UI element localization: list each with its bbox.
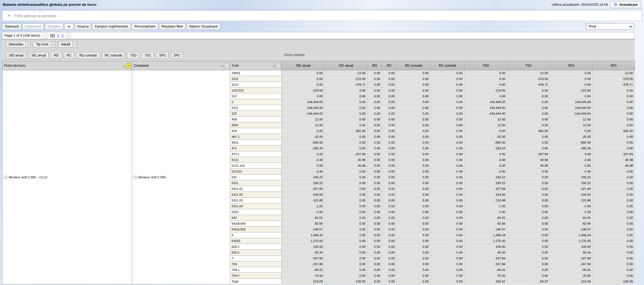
value-cell-sic-anual: 0.00 [325,203,367,209]
value-cell-sfc: 40.98 [593,163,635,169]
value-cell-sfc: 0.00 [593,88,635,93]
value-cell-rd: 0.00 [367,267,382,273]
cont-cell: 157 [230,93,282,99]
value-cell-rd-cumulat: 0.00 [397,105,431,111]
value-cell-tsd: -123.00 [465,88,507,93]
field-dropdown-icon[interactable]: ▼ [73,41,77,47]
value-cell-tsc: 0.00 [507,227,550,232]
value-cell-tsc: 0.00 [507,186,550,192]
value-cell-rd: 0.00 [367,174,382,180]
value-cell-rc: 0.00 [382,215,397,221]
prev-page-button[interactable]: ‹ [43,33,48,38]
page-link-3[interactable]: 3 [61,34,63,37]
view-mode-select[interactable]: Pivot [586,23,634,30]
field-dropdown-icon[interactable]: ▼ [26,41,30,47]
collapse-group-icon[interactable] [4,176,7,179]
value-cell-rd-cumulat: 0.00 [397,279,431,284]
column-header-rc[interactable]: RC [382,61,397,70]
value-cell-sfd: 0.00 [550,76,593,82]
personalizare-button[interactable]: Personalizare [132,23,158,30]
salveaza-button[interactable]: Salvează [2,23,21,30]
value-cell-sfc: 0.00 [593,105,635,111]
column-header-tsc[interactable]: TSC [507,61,550,70]
column-chip-rc-cumulat[interactable]: RC cumulat [102,52,125,59]
value-cell-sfc: 0.00 [593,244,635,250]
cont-cell: 628.1 [230,244,282,250]
value-cell-rd: 0.00 [367,261,382,267]
column-header-tsd[interactable]: TSD [465,61,507,70]
value-cell-sfd: 1,275.00 [550,238,593,244]
value-cell-tsd: 3.00 [465,93,507,99]
column-chip-rc[interactable]: RC [64,52,74,59]
resetare-filtre-button[interactable]: Resetare filtre [159,23,186,30]
collapse-arrow-icon[interactable]: ▼ [8,14,10,17]
cont-cell: 628.2 [230,250,282,256]
campuri-suplimentare-button[interactable]: Campuri suplimentare [92,23,131,30]
value-cell-rc-cumulat: 0.00 [431,238,465,244]
field-dropdown-icon[interactable]: ▼ [51,41,55,47]
value-cell-sfd: 219.09 [550,279,593,284]
filter-icon[interactable]: ▼ [225,63,229,68]
column-header-sic-anual[interactable]: SIC anual [325,61,367,70]
page-link-2[interactable]: 2 [57,34,59,37]
value-cell-rc-cumulat: 0.00 [431,93,465,99]
column-header-cont[interactable]: Cont △ ▼ [230,61,282,70]
column-header-rd-cumulat[interactable]: RD cumulat [397,61,431,70]
value-cell-sid-anual: -123.00 [282,88,325,93]
collapse-group-icon[interactable] [134,176,137,179]
value-cell-sfd: -123.00 [550,88,593,93]
refresh-button[interactable]: ↻ Actualizare [610,1,641,8]
suprascrie-button[interactable]: Suprascrie [22,23,44,30]
value-cell-sfd: -76.93 [550,273,593,279]
column-chip-tsd[interactable]: TSD [127,52,139,59]
column-chip-tsc[interactable]: TSC [142,52,154,59]
cont-cell: 542(USD) [230,227,282,232]
value-cell-rd-cumulat: 0.00 [397,111,431,117]
column-chip-rd[interactable]: RD [51,52,61,59]
filter-icon[interactable]: ▼ [127,63,131,68]
value-cell-tsd: 0.00 [465,76,507,82]
value-cell-rd-cumulat: 0.00 [397,151,431,157]
field-chip-tip-cont[interactable]: Tip Cont ▼ [33,41,56,48]
column-header-rc-cumulat[interactable]: RC cumulat [431,61,465,70]
value-cell-tsc: 0.00 [507,221,550,227]
field-chip-denumire[interactable]: Denumire ▼ [6,41,31,48]
value-cell-sid-anual: -144,444.00 [282,111,325,117]
cont-cell: 5311.01 [230,186,282,192]
column-header-rd[interactable]: RD [367,61,382,70]
save-options-dropdown-button[interactable] [64,23,74,30]
value-cell-sfc: 0.00 [593,192,635,198]
value-cell-rd-cumulat: 0.00 [397,82,431,88]
value-cell-sic-anual: -12.00 [325,70,367,76]
column-header-companie[interactable]: Companie △ ▼ [132,61,230,70]
column-chip-sid-anual[interactable]: SID anual [6,52,26,59]
value-cell-tsd: -895.90 [465,140,507,146]
value-cell-rc: 0.00 [382,192,397,198]
column-header-punct-de-lucru[interactable]: Punct de lucru △ ▼ [2,61,132,70]
column-chip-sic-anual[interactable]: SIC anual [29,52,49,59]
incarca-button[interactable]: Incarca [75,23,91,30]
app-window: Balanta sintetica/analitica globala pe p… [0,0,644,285]
cont-cell: 5311 [230,180,282,186]
value-cell-rc: 0.00 [382,111,397,117]
value-cell-tsd: -90.91 [465,267,507,273]
value-cell-sfd: 0.00 [550,163,593,169]
field-chip-valuta[interactable]: Valută ▼ [58,41,77,48]
column-header-sid-anual[interactable]: SID anual [282,61,325,70]
value-cell-sfc: 0.00 [593,215,635,221]
filter-icon[interactable]: ▼ [276,63,281,68]
optiuni-vizualizare-button[interactable]: Optiuni Vizualizare [187,23,220,30]
column-chip-sfd[interactable]: SFD [156,52,168,59]
next-page-button[interactable]: › [66,33,71,38]
value-cell-rd: 0.00 [367,157,382,163]
filters-panel-header[interactable]: ▼ Filtre aplicate la generare [2,10,642,21]
column-chip-sfc[interactable]: SFC [171,52,183,59]
stergere-button[interactable]: Stergere [45,23,63,30]
value-cell-rc: 0.00 [382,151,397,157]
column-header-sfd[interactable]: SFD [550,61,593,70]
column-chip-rd-cumulat[interactable]: RD cumulat [77,52,100,59]
value-cell-sic-anual: 0.00 [325,93,367,99]
current-page[interactable]: [1] [50,34,55,37]
value-cell-rd: 0.00 [367,186,382,192]
column-header-sfc[interactable]: SFC [593,61,635,70]
